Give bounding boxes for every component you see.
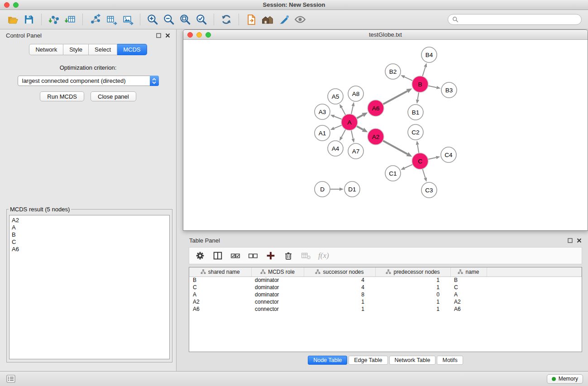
tab-node-table[interactable]: Node Table [308, 356, 347, 365]
table-cell[interactable]: B [450, 276, 487, 284]
show-columns-button[interactable] [210, 249, 225, 262]
export-image-button[interactable] [120, 12, 136, 27]
network-node[interactable]: A2 [368, 129, 384, 145]
table-row[interactable]: A6connector11A6 [189, 305, 582, 313]
save-session-button[interactable] [21, 12, 37, 27]
network-edge[interactable] [401, 75, 412, 81]
column-header[interactable]: name [450, 267, 487, 276]
table-settings-button[interactable] [193, 249, 207, 262]
open-document-button[interactable] [243, 12, 259, 27]
network-edge[interactable] [339, 104, 345, 115]
style-brush-button[interactable] [276, 12, 292, 27]
tab-motifs[interactable]: Motifs [437, 356, 463, 365]
export-table-button[interactable] [103, 12, 120, 27]
table-cell[interactable]: 0 [375, 291, 450, 298]
network-node[interactable]: A [341, 114, 358, 130]
network-node[interactable]: C1 [385, 166, 401, 181]
table-cell[interactable]: A [189, 291, 251, 298]
network-edge[interactable] [330, 125, 342, 130]
result-item[interactable]: A [12, 224, 167, 231]
tab-mcds[interactable]: MCDS [117, 44, 147, 55]
column-header[interactable]: shared name [189, 267, 251, 276]
network-node[interactable]: C4 [441, 147, 456, 162]
network-edge[interactable] [416, 141, 419, 153]
memory-button[interactable]: Memory [547, 374, 583, 384]
table-cell[interactable]: 8 [304, 291, 375, 298]
network-node[interactable]: D [315, 181, 330, 197]
network-edge[interactable] [401, 164, 412, 170]
network-edge[interactable] [339, 129, 346, 141]
network-edge[interactable] [416, 92, 419, 104]
network-node[interactable]: A7 [348, 143, 363, 159]
tab-select[interactable]: Select [89, 44, 117, 55]
result-item[interactable]: C [12, 238, 167, 246]
network-edge[interactable] [383, 141, 412, 157]
tab-network-table[interactable]: Network Table [389, 356, 436, 365]
close-window-button[interactable] [4, 2, 10, 8]
table-cell[interactable]: A [450, 291, 487, 298]
select-all-rows-button[interactable] [228, 249, 243, 262]
table-cell[interactable]: A2 [450, 298, 487, 305]
search-input[interactable] [461, 16, 577, 23]
table-cell[interactable]: 1 [375, 305, 450, 313]
network-edge[interactable] [422, 63, 427, 76]
network-edge[interactable] [351, 102, 354, 114]
criterion-dropdown[interactable]: largest connected component (directed) [18, 76, 159, 86]
function-builder-button[interactable]: f(x) [316, 251, 331, 260]
table-cell[interactable]: A6 [189, 305, 251, 313]
minimize-network-window-button[interactable] [196, 32, 202, 38]
zoom-selected-button[interactable] [193, 12, 210, 27]
network-window-titlebar[interactable]: testGlobe.txt [183, 30, 588, 40]
table-cell[interactable]: 4 [304, 284, 375, 291]
delete-table-button[interactable] [299, 249, 313, 262]
mcds-result-list[interactable]: A2ABCA6 [9, 215, 170, 359]
show-panels-button[interactable] [5, 373, 17, 384]
tab-style[interactable]: Style [63, 44, 89, 55]
network-node[interactable]: B2 [385, 64, 401, 79]
table-cell[interactable]: A2 [189, 298, 251, 305]
zoom-out-button[interactable] [161, 12, 177, 27]
network-canvas[interactable]: B4B2BB3A8A5A6A3B1AC2A1A2A4A7C4CC1C3DD1 [183, 40, 588, 230]
network-node[interactable]: B [412, 76, 428, 92]
network-edge[interactable] [428, 156, 440, 159]
apply-layout-button[interactable] [218, 12, 234, 27]
table-row[interactable]: Adominator80A [189, 291, 582, 298]
table-cell[interactable]: dominator [251, 284, 304, 291]
network-node[interactable]: A6 [368, 100, 384, 116]
network-edge[interactable] [351, 130, 355, 143]
table-row[interactable]: Bdominator41B [189, 276, 582, 284]
create-column-button[interactable] [263, 249, 278, 262]
network-node[interactable]: A5 [328, 89, 343, 104]
zoom-window-button[interactable] [13, 2, 19, 8]
network-node[interactable]: D1 [344, 181, 360, 197]
table-cell[interactable]: connector [251, 305, 304, 313]
network-node[interactable]: A1 [315, 125, 330, 141]
network-edge[interactable] [330, 115, 342, 119]
network-edge[interactable] [357, 112, 368, 118]
tab-network[interactable]: Network [29, 44, 63, 55]
network-edge[interactable] [428, 86, 441, 89]
network-node[interactable]: C [412, 153, 428, 169]
table-cell[interactable]: C [450, 284, 487, 291]
table-cell[interactable]: connector [251, 298, 304, 305]
network-node[interactable]: C2 [408, 124, 423, 140]
zoom-fit-button[interactable] [177, 12, 193, 27]
result-item[interactable]: B [12, 231, 167, 238]
column-header[interactable]: successor nodes [304, 267, 375, 276]
table-cell[interactable]: 1 [375, 276, 450, 284]
network-edge[interactable] [357, 126, 368, 133]
node-table-container[interactable]: shared nameMCDS rolesuccessor nodesprede… [189, 267, 582, 352]
network-edge[interactable] [383, 89, 412, 105]
table-cell[interactable]: 4 [304, 276, 375, 284]
network-node[interactable]: B4 [421, 47, 437, 62]
result-item[interactable]: A2 [12, 217, 167, 224]
table-cell[interactable]: 1 [304, 298, 375, 305]
network-node[interactable]: B1 [408, 105, 423, 120]
zoom-network-window-button[interactable] [206, 32, 211, 38]
network-edge[interactable] [422, 169, 427, 182]
close-panel-icon[interactable] [577, 238, 582, 243]
close-panel-icon[interactable] [165, 33, 170, 38]
run-mcds-button[interactable]: Run MCDS [40, 91, 84, 101]
table-cell[interactable]: 1 [304, 305, 375, 313]
network-node[interactable]: A4 [328, 141, 343, 156]
